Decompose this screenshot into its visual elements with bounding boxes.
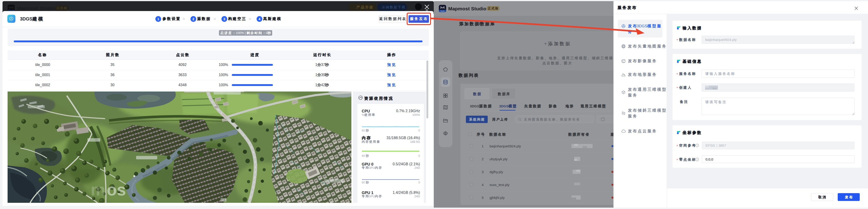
svg-text:Studio: Studio <box>440 10 445 12</box>
svg-text:?: ? <box>696 158 698 161</box>
svg-text:m: m <box>91 181 105 199</box>
svg-text:os: os <box>107 181 126 199</box>
svg-text:?: ? <box>696 145 698 147</box>
